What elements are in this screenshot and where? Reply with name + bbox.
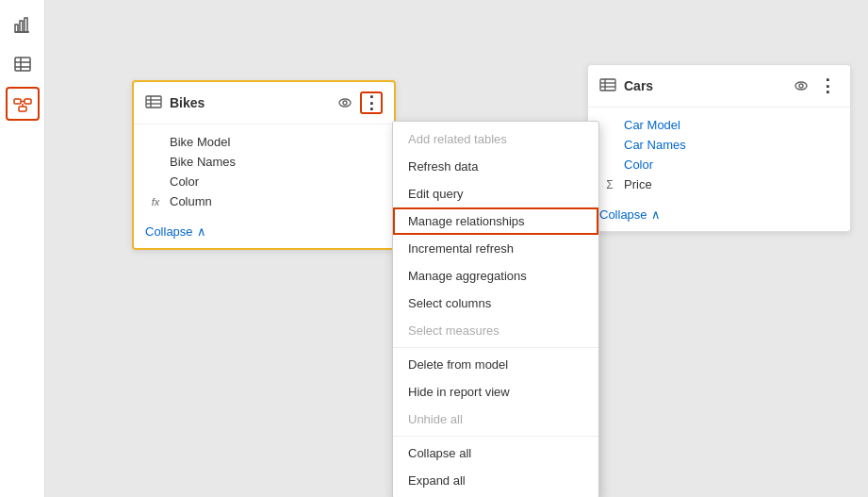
menu-item-label: Manage aggregations [408,269,527,283]
cars-card-footer: Collapse ∧ [588,202,850,231]
cars-field-car-model: Car Model [588,115,850,135]
menu-item-select-measures[interactable]: Select measures [393,317,598,344]
cars-field-color: Color [588,155,850,174]
menu-item-unhide-all[interactable]: Unhide all [393,406,598,433]
bikes-collapse-link[interactable]: Collapse ∧ [145,224,383,239]
svg-point-24 [799,84,803,88]
svg-rect-13 [146,96,161,108]
menu-item-select-columns[interactable]: Select columns [393,290,598,317]
svg-point-17 [339,99,351,107]
cars-collapse-link[interactable]: Collapse ∧ [599,207,839,222]
menu-item-label: Add related tables [408,132,507,146]
bikes-field-name: Bike Names [170,155,236,169]
menu-item-label: Select columns [408,296,491,310]
menu-item-label: Expand all [408,473,466,488]
menu-item-hide-in-report-view[interactable]: Hide in report view [393,378,598,406]
menu-item-add-related-tables[interactable]: Add related tables [393,125,598,153]
svg-rect-8 [14,99,21,104]
fx-icon: fx [149,196,162,207]
sidebar-icon-model[interactable] [6,87,40,121]
menu-item-label: Manage relationships [408,214,525,228]
menu-item-label: Collapse all [408,446,471,460]
svg-rect-2 [25,18,27,32]
menu-item-label: Hide in report view [408,385,510,399]
bikes-table-card: Bikes ⋮ Bike Model Bike Names [132,80,396,250]
svg-rect-4 [15,58,30,71]
menu-item-expand-all[interactable]: Expand all [393,467,598,494]
menu-item-label: Refresh data [408,159,478,174]
svg-point-18 [343,101,347,105]
menu-item-collapse-all[interactable]: Collapse all [393,439,598,467]
bikes-field-name: Bike Model [170,135,230,149]
bikes-header-icons: ⋮ [334,91,383,114]
bikes-collapse-icon: ∧ [197,224,206,239]
menu-item-refresh-data[interactable]: Refresh data [393,153,598,180]
cars-header-left: Cars [599,76,653,96]
menu-item-label: Incremental refresh [408,241,514,256]
svg-rect-10 [19,107,26,111]
cars-visibility-icon[interactable] [790,75,812,97]
menu-item-label: Delete from model [408,357,508,372]
cars-field-name: Car Names [624,138,686,152]
bikes-field-bike-model: Bike Model [134,132,394,152]
bikes-visibility-icon[interactable] [334,91,356,114]
menu-item-incremental-refresh[interactable]: Incremental refresh [393,235,598,262]
cars-field-price: Σ Price [588,174,850,194]
svg-rect-9 [25,99,31,104]
menu-item-label: Edit query [408,187,464,201]
menu-divider [393,347,598,348]
context-menu: Add related tables Refresh data Edit que… [392,121,599,497]
svg-rect-0 [15,25,18,32]
bikes-more-button[interactable]: ⋮ [360,91,383,114]
cars-card-title: Cars [624,78,653,93]
bikes-card-footer: Collapse ∧ [134,219,394,248]
bikes-card-header: Bikes ⋮ [134,82,394,124]
cars-table-icon [599,76,616,96]
menu-item-label: Unhide all [408,412,463,426]
cars-more-button[interactable]: ⋮ [816,75,839,97]
menu-item-manage-relationships[interactable]: Manage relationships [393,207,598,235]
bikes-table-icon [145,93,162,113]
svg-rect-19 [600,79,615,91]
cars-collapse-icon: ∧ [651,207,661,222]
sigma-icon: Σ [603,178,616,191]
menu-item-manage-aggregations[interactable]: Manage aggregations [393,262,598,290]
sidebar-icon-reports[interactable] [6,8,40,41]
svg-rect-1 [20,21,23,32]
bikes-header-left: Bikes [145,93,205,113]
canvas: Bikes ⋮ Bike Model Bike Names [45,0,868,497]
sidebar-icon-data[interactable] [6,47,40,81]
menu-item-delete-from-model[interactable]: Delete from model [393,351,598,378]
cars-field-car-names: Car Names [588,135,850,155]
cars-card-header: Cars ⋮ [588,65,850,108]
bikes-field-color: Color [134,172,394,191]
menu-divider-2 [393,436,598,437]
bikes-field-name: Color [170,174,199,189]
bikes-field-column: fx Column [134,191,394,211]
cars-header-icons: ⋮ [790,75,839,97]
menu-item-edit-query[interactable]: Edit query [393,180,598,207]
menu-item-label: Select measures [408,323,500,338]
bikes-card-body: Bike Model Bike Names Color fx Column [134,124,394,219]
bikes-collapse-label: Collapse [145,224,193,239]
svg-point-23 [795,82,807,90]
cars-collapse-label: Collapse [599,207,647,222]
bikes-field-name: Column [170,194,212,208]
cars-field-name: Color [624,157,653,172]
cars-card-body: Car Model Car Names Color Σ Price [588,108,850,202]
sidebar [0,0,45,497]
cars-field-name: Price [624,177,652,191]
bikes-field-bike-names: Bike Names [134,152,394,172]
bikes-card-title: Bikes [170,95,205,110]
cars-field-name: Car Model [624,118,680,132]
cars-table-card: Cars ⋮ Car Model Car Names [587,64,851,232]
